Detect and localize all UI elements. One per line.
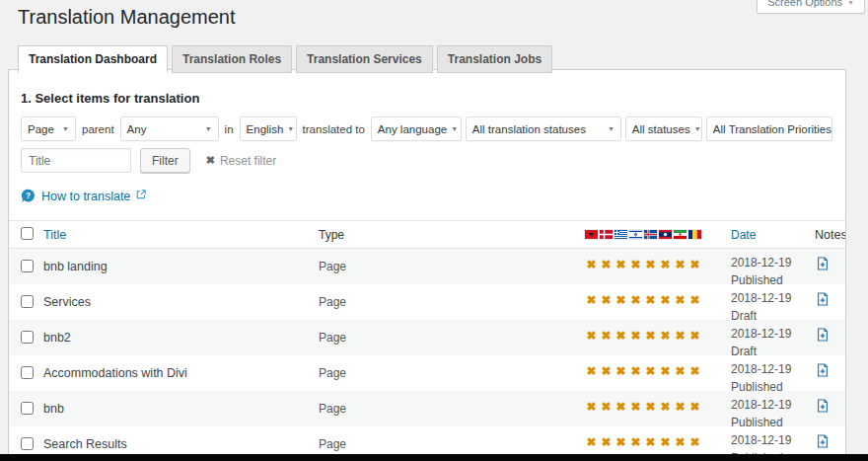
table-body: bnb landingPage✖✖✖✖✖✖✖✖2018-12-19Publish… [9, 249, 845, 461]
type-column-header: Type [319, 228, 344, 242]
not-translated-icon: ✖ [674, 330, 687, 342]
not-translated-icon: ✖ [600, 401, 613, 413]
section-heading: 1. Select items for translation [21, 91, 833, 106]
tab-translation-jobs[interactable]: Translation Jobs [437, 45, 552, 73]
tab-translation-dashboard[interactable]: Translation Dashboard [18, 45, 168, 73]
parent-label: parent [80, 123, 116, 135]
table-header-row: Title Type Date Notes [9, 221, 845, 249]
title-filter-input[interactable] [21, 148, 131, 173]
not-translated-icon: ✖ [600, 259, 613, 270]
row-type: Page [319, 320, 585, 345]
row-title: bnb2 [43, 320, 319, 345]
add-note-button[interactable] [815, 433, 831, 449]
tab-translation-roles[interactable]: Translation Roles [172, 45, 292, 73]
not-translated-icon: ✖ [600, 436, 613, 448]
not-translated-icon: ✖ [674, 401, 687, 413]
not-translated-icon: ✖ [659, 330, 672, 342]
page-title: Translation Management [18, 6, 236, 29]
row-checkbox[interactable] [21, 331, 34, 344]
not-translated-icon: ✖ [644, 330, 657, 342]
question-bubble-icon: ? [21, 189, 36, 203]
row-date: 2018-12-19 [731, 396, 815, 414]
filter-row-secondary: Filter ✖ Reset filter [21, 148, 833, 173]
row-checkbox[interactable] [21, 366, 34, 379]
translation-status-marks: ✖✖✖✖✖✖✖✖ [585, 320, 731, 342]
source-language-select[interactable]: English [240, 116, 297, 141]
add-note-button[interactable] [815, 327, 831, 343]
add-note-button[interactable] [815, 291, 831, 307]
parent-select[interactable]: Any [120, 116, 219, 141]
title-column-header[interactable]: Title [43, 228, 66, 242]
source-language-value: English [247, 123, 284, 135]
not-translated-icon: ✖ [629, 294, 642, 306]
translation-status-marks: ✖✖✖✖✖✖✖✖ [585, 249, 731, 270]
row-checkbox[interactable] [21, 295, 34, 308]
row-date-status: 2018-12-19Published [731, 355, 815, 396]
row-title: Accommodations with Divi [43, 355, 319, 380]
bottom-edge-bar [0, 454, 868, 461]
not-translated-icon: ✖ [688, 330, 701, 342]
target-language-select[interactable]: Any language [371, 116, 462, 141]
flag-icon-iran [674, 230, 687, 239]
row-date: 2018-12-19 [731, 360, 815, 378]
how-to-translate-label: How to translate [41, 190, 130, 203]
translation-status-select[interactable]: All translation statuses [466, 116, 621, 141]
translated-to-label: translated to [301, 123, 367, 135]
not-translated-icon: ✖ [659, 259, 672, 270]
add-note-button[interactable] [815, 256, 831, 271]
items-table: Title Type Date Notes bnb landingPage✖✖✖… [9, 220, 845, 461]
post-status-value: All statuses [632, 123, 690, 135]
target-language-value: Any language [378, 123, 447, 135]
post-status-select[interactable]: All statuses [625, 116, 702, 141]
not-translated-icon: ✖ [585, 365, 598, 377]
reset-filter-link[interactable]: ✖ Reset filter [206, 154, 277, 168]
not-translated-icon: ✖ [615, 330, 627, 342]
date-column-header[interactable]: Date [731, 228, 756, 242]
row-checkbox[interactable] [21, 402, 34, 415]
translation-status-marks: ✖✖✖✖✖✖✖✖ [585, 355, 731, 377]
reset-x-icon: ✖ [206, 154, 215, 167]
select-all-checkbox[interactable] [21, 227, 34, 240]
not-translated-icon: ✖ [585, 259, 598, 270]
row-checkbox[interactable] [21, 260, 34, 272]
row-type: Page [319, 284, 585, 309]
not-translated-icon: ✖ [585, 294, 598, 306]
flag-icon-romania [688, 230, 701, 239]
not-translated-icon: ✖ [674, 294, 687, 306]
in-label: in [223, 123, 236, 135]
translation-status-marks: ✖✖✖✖✖✖✖✖ [585, 426, 731, 448]
add-note-button[interactable] [815, 398, 831, 414]
translation-priority-select[interactable]: All Translation Priorities [706, 116, 832, 141]
not-translated-icon: ✖ [659, 436, 672, 448]
not-translated-icon: ✖ [688, 294, 701, 306]
post-type-select[interactable]: Page [21, 116, 76, 141]
row-title: Search Results [43, 426, 319, 451]
not-translated-icon: ✖ [688, 436, 701, 448]
notes-column-header: Notes [815, 228, 846, 242]
not-translated-icon: ✖ [615, 294, 627, 306]
not-translated-icon: ✖ [615, 259, 627, 270]
screen-options-button[interactable]: Screen Options [757, 0, 865, 14]
not-translated-icon: ✖ [585, 401, 598, 413]
row-checkbox[interactable] [21, 437, 34, 450]
row-type: Page [319, 249, 585, 273]
filter-button[interactable]: Filter [140, 148, 190, 173]
flag-icon-laos [659, 230, 672, 239]
not-translated-icon: ✖ [644, 259, 657, 270]
language-flags-header [585, 230, 731, 239]
not-translated-icon: ✖ [644, 294, 657, 306]
tab-bar: Translation DashboardTranslation RolesTr… [18, 45, 552, 72]
add-note-button[interactable] [815, 362, 831, 378]
table-row: Accommodations with DiviPage✖✖✖✖✖✖✖✖2018… [9, 355, 845, 391]
translation-status-marks: ✖✖✖✖✖✖✖✖ [585, 284, 731, 306]
not-translated-icon: ✖ [585, 436, 598, 448]
not-translated-icon: ✖ [615, 365, 627, 377]
tab-translation-services[interactable]: Translation Services [296, 45, 433, 73]
row-type: Page [319, 355, 585, 380]
row-title: Services [43, 284, 319, 309]
svg-text:?: ? [26, 192, 31, 200]
not-translated-icon: ✖ [644, 401, 657, 413]
flag-icon-albania [585, 230, 598, 239]
row-date-status: 2018-12-19Draft [731, 284, 815, 325]
how-to-translate-link[interactable]: ? How to translate [21, 189, 146, 203]
